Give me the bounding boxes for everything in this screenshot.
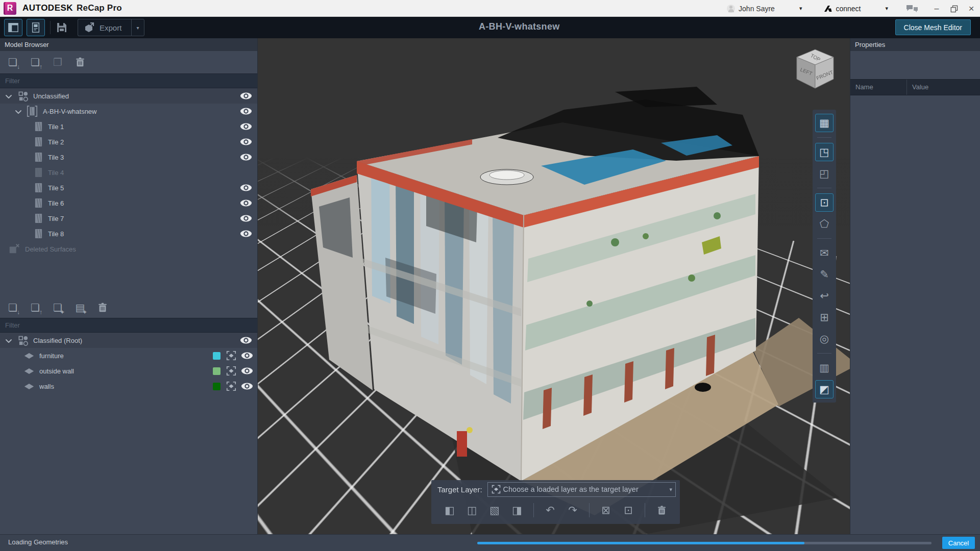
tree-item-tile[interactable]: Tile 7 (0, 211, 257, 226)
import-mesh-button[interactable]: ❏↓ (5, 55, 20, 70)
feedback-chat-icon[interactable] (905, 4, 919, 14)
create-region-button[interactable]: ▧ (485, 502, 504, 518)
connect-menu[interactable]: connect ▾ (823, 4, 888, 13)
tree-item-tile[interactable]: Tile 5 (0, 180, 257, 195)
classification-icon (18, 335, 29, 346)
layer-stack-tool[interactable]: ▥ (815, 359, 834, 377)
rect-select-tool[interactable]: ⊡ (815, 193, 834, 212)
layer-item-outside-wall[interactable]: outside wall (0, 363, 257, 379)
layer-color-swatch[interactable] (213, 383, 220, 390)
tree-item-model[interactable]: A-BH-V-whatsnew (0, 104, 257, 119)
export-button[interactable]: Export (78, 19, 131, 36)
move-selection-to-layer-button[interactable]: ◧ (440, 502, 459, 518)
properties-col-value: Value (907, 80, 928, 95)
cancel-button[interactable]: Cancel (942, 537, 975, 549)
merge-layers-button[interactable]: ◫ (463, 502, 481, 518)
chevron-down-icon[interactable] (4, 92, 13, 99)
layer-item-walls[interactable]: walls (0, 379, 257, 394)
visibility-eye-icon[interactable] (240, 336, 252, 344)
select-layer-icon[interactable] (226, 350, 237, 361)
close-button[interactable]: × (963, 0, 980, 17)
edit-mesh-tool[interactable]: ✎ (815, 265, 834, 284)
user-name[interactable]: John Sayre (739, 5, 775, 13)
reclassify-button[interactable]: ◨ (508, 502, 526, 518)
visibility-eye-icon[interactable] (240, 122, 252, 131)
unwrap-mesh-button[interactable]: ❐ (50, 55, 65, 70)
tree-item-deleted-surfaces[interactable]: Deleted Surfaces (0, 241, 257, 257)
selection-actions-toolbar: ◧◫▧◨↶↷⊠⊡ (431, 498, 680, 524)
unclassified-tree: Unclassified A-BH-V-whatsnew Tile 1 Til (0, 88, 257, 257)
visibility-eye-icon[interactable] (240, 230, 252, 238)
layer-color-swatch[interactable] (213, 352, 220, 360)
show-grid-tool[interactable]: ▦ (815, 114, 834, 132)
toggle-project-panel-button[interactable] (4, 19, 22, 36)
delete-button[interactable] (652, 502, 671, 518)
view-cube[interactable]: TOP LEFT FRONT (790, 46, 841, 95)
export-mesh-button[interactable]: ❏↑ (28, 55, 43, 70)
tree-item-unclassified[interactable]: Unclassified (0, 88, 257, 104)
select-layer-icon[interactable] (226, 381, 237, 392)
visibility-eye-icon[interactable] (240, 107, 252, 115)
tree-item-tile[interactable]: Tile 4 (0, 165, 257, 180)
visibility-eye-icon[interactable] (241, 382, 253, 390)
visibility-eye-icon[interactable] (240, 184, 252, 192)
delete-layer-button[interactable] (95, 300, 110, 315)
delete-mesh-button[interactable] (72, 55, 88, 70)
visibility-eye-icon[interactable] (241, 352, 253, 360)
tree-item-tile[interactable]: Tile 1 (0, 119, 257, 134)
undo-button[interactable]: ↶ (541, 502, 559, 518)
tree-item-label: Tile 1 (48, 123, 64, 131)
tree-item-tile[interactable]: Tile 6 (0, 195, 257, 211)
merge-layers-icon: ◫ (467, 504, 477, 516)
layer-color-swatch[interactable] (213, 367, 220, 375)
polygon-select-tool[interactable]: ⬠ (815, 215, 834, 233)
model-filter-input[interactable] (0, 73, 257, 88)
redo-button[interactable]: ↷ (564, 502, 582, 518)
import-layer-button[interactable]: ❏↓ (5, 300, 20, 315)
tree-item-tile[interactable]: Tile 2 (0, 134, 257, 149)
visibility-eye-icon[interactable] (240, 92, 252, 100)
save-button[interactable] (54, 21, 69, 34)
classification-tool[interactable]: ◩ (815, 380, 834, 398)
properties-col-name: Name (850, 80, 907, 95)
flip-edge-tool[interactable]: ✉ (815, 244, 834, 262)
revert-region-tool[interactable]: ↩ (815, 287, 834, 305)
delete-selection-button[interactable]: ⊠ (597, 502, 615, 518)
layer-item-furniture[interactable]: furniture (0, 348, 257, 363)
classify-layers-button[interactable]: ▤✦ (72, 300, 88, 315)
properties-table-header: Name Value (850, 79, 980, 95)
restore-button[interactable] (945, 0, 963, 17)
tree-item-classified-root[interactable]: Classified (Root) (0, 333, 257, 348)
auto-classify-button[interactable]: ❏✦ (50, 300, 65, 315)
chevron-down-icon[interactable] (4, 337, 13, 344)
layer-filter-input[interactable] (0, 318, 257, 333)
visibility-eye-icon[interactable] (240, 138, 252, 146)
tree-item-tile[interactable]: Tile 3 (0, 149, 257, 165)
mesh-tile-icon (34, 228, 43, 239)
visibility-eye-icon[interactable] (241, 367, 253, 375)
user-menu-caret-icon[interactable]: ▾ (799, 5, 802, 12)
product-name: ReCap Pro (77, 3, 122, 13)
select-layer-icon[interactable] (226, 365, 237, 377)
smooth-box-tool[interactable]: ◰ (815, 164, 834, 183)
trash-icon (656, 505, 667, 516)
target-layer-dropdown[interactable]: Choose a loaded layer as the target laye… (487, 482, 676, 497)
fill-holes-tool[interactable]: ◎ (815, 330, 834, 348)
envelope-icon: ✉ (820, 247, 829, 259)
tree-item-tile[interactable]: Tile 8 (0, 226, 257, 241)
visibility-eye-icon[interactable] (240, 199, 252, 207)
isolate-box-tool[interactable]: ⊞ (815, 308, 834, 327)
eraser-box-tool[interactable]: ◳ (815, 143, 834, 161)
tree-item-label: Tile 5 (48, 184, 64, 192)
export-dropdown-button[interactable]: ▾ (131, 19, 144, 36)
keep-selection-button[interactable]: ⊡ (619, 502, 638, 518)
minimize-button[interactable]: – (928, 0, 945, 17)
viewport-3d[interactable]: TOP LEFT FRONT ▦◳◰⊡⬠✉✎↩⊞◎▥◩ Target Layer… (258, 38, 850, 534)
target-layer-label: Target Layer: (437, 485, 482, 494)
close-mesh-editor-button[interactable]: Close Mesh Editor (895, 19, 971, 35)
chevron-down-icon[interactable] (14, 108, 23, 115)
visibility-eye-icon[interactable] (240, 153, 252, 161)
visibility-eye-icon[interactable] (240, 214, 252, 222)
toggle-properties-panel-button[interactable] (27, 19, 45, 36)
export-layer-button[interactable]: ❏↑ (28, 300, 43, 315)
